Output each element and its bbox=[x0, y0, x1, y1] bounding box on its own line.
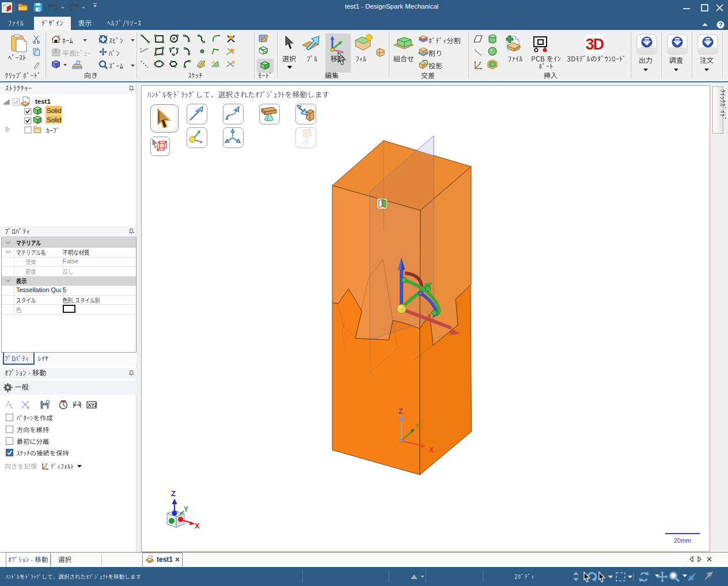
svg-text:?: ? bbox=[719, 21, 723, 28]
svg-text:Y: Y bbox=[415, 422, 420, 429]
svg-text:Solid: Solid bbox=[47, 116, 62, 123]
svg-text:X: X bbox=[429, 446, 434, 454]
svg-text:Z: Z bbox=[399, 407, 403, 415]
svg-text:20mm: 20mm bbox=[674, 537, 692, 544]
svg-text:3D: 3D bbox=[586, 36, 604, 53]
svg-text:Z: Z bbox=[171, 489, 176, 498]
svg-text:X: X bbox=[195, 521, 200, 530]
svg-text:Y: Y bbox=[184, 505, 188, 513]
svg-text:Solid: Solid bbox=[47, 107, 62, 114]
svg-text:X X: X X bbox=[74, 400, 81, 404]
svg-text:XYZ: XYZ bbox=[88, 402, 97, 408]
